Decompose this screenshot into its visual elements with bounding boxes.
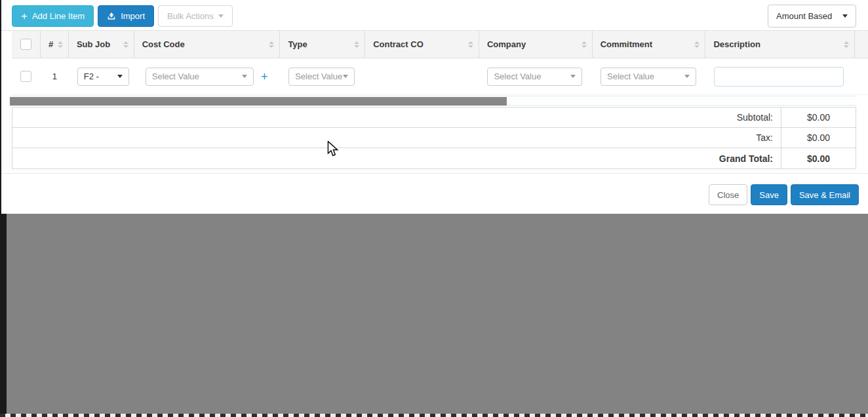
caret-down-icon: [842, 14, 848, 18]
row-commitment-cell: Select Value: [592, 58, 705, 94]
row-number: 1: [52, 71, 57, 81]
sub-job-select[interactable]: F2 -: [77, 68, 129, 86]
header-contract-co: Contract CO: [365, 31, 479, 58]
cost-code-placeholder: Select Value: [152, 71, 199, 81]
caret-down-icon: [343, 75, 348, 78]
sort-icon[interactable]: [350, 41, 359, 48]
horizontal-scrollbar-track[interactable]: [10, 96, 856, 106]
add-cost-code-button[interactable]: +: [261, 70, 268, 83]
header-description: Description: [705, 31, 855, 58]
toolbar: + Add Line Item Import Bulk Actions: [12, 5, 233, 27]
company-placeholder: Select Value: [494, 71, 541, 81]
sort-icon[interactable]: [690, 41, 700, 48]
selection-dashed-border: [0, 414, 868, 417]
sub-job-value: F2 -: [84, 71, 99, 81]
tax-value: $0.00: [781, 128, 856, 148]
commitment-placeholder: Select Value: [607, 71, 654, 81]
header-overflow-sliver: [855, 31, 868, 58]
header-number-label: #: [49, 39, 53, 49]
view-mode-select[interactable]: Amount Based: [768, 5, 856, 28]
header-commitment: Commitment: [593, 31, 706, 58]
bulk-actions-button[interactable]: Bulk Actions: [158, 5, 233, 27]
grand-total-row: Grand Total: $0.00: [12, 148, 856, 169]
tax-row: Tax: $0.00: [12, 128, 856, 148]
add-line-item-label: Add Line Item: [32, 11, 85, 21]
sort-icon[interactable]: [54, 41, 63, 48]
import-button[interactable]: Import: [98, 5, 154, 27]
company-select[interactable]: Select Value: [487, 68, 582, 86]
header-commitment-label: Commitment: [601, 39, 652, 49]
save-and-email-button[interactable]: Save & Email: [791, 184, 859, 205]
upload-icon: [107, 12, 116, 21]
row-sub-job-cell: F2 -: [69, 58, 134, 94]
row-number-cell: 1: [41, 58, 69, 94]
import-label: Import: [121, 11, 145, 21]
header-type-label: Type: [288, 39, 307, 49]
commitment-select[interactable]: Select Value: [601, 68, 696, 86]
header-company: Company: [479, 31, 593, 58]
row-contract-co-cell: [365, 58, 479, 94]
subtotal-value: $0.00: [781, 108, 856, 127]
header-sub-job-label: Sub Job: [77, 39, 110, 49]
view-mode-value: Amount Based: [776, 11, 832, 21]
close-button[interactable]: Close: [709, 184, 747, 205]
sort-icon[interactable]: [119, 41, 128, 48]
bulk-actions-label: Bulk Actions: [167, 11, 214, 21]
tax-label: Tax:: [12, 128, 781, 148]
header-cost-code-label: Cost Code: [142, 39, 185, 49]
type-placeholder: Select Value: [295, 71, 342, 81]
subtotal-row: Subtotal: $0.00: [12, 108, 856, 128]
footer-divider: [0, 173, 868, 174]
header-checkbox-cell: [12, 31, 41, 58]
row-checkbox[interactable]: [20, 71, 31, 82]
grand-total-label: Grand Total:: [12, 148, 781, 169]
caret-down-icon: [684, 75, 690, 78]
row-company-cell: Select Value: [479, 58, 592, 94]
header-cost-code: Cost Code: [134, 31, 281, 58]
save-button[interactable]: Save: [751, 184, 787, 205]
header-description-label: Description: [713, 39, 760, 49]
totals-summary: Subtotal: $0.00 Tax: $0.00 Grand Total: …: [12, 107, 856, 169]
type-select[interactable]: Select Value: [288, 68, 355, 86]
description-input[interactable]: [714, 67, 844, 87]
table-row: 1 F2 - Select Value + Select Value Selec…: [12, 58, 868, 95]
header-type: Type: [280, 31, 365, 58]
overlay-left-strip: [0, 214, 7, 417]
header-number: #: [41, 31, 69, 58]
row-checkbox-cell: [12, 58, 41, 94]
sort-icon[interactable]: [578, 41, 587, 48]
row-type-cell: Select Value: [280, 58, 365, 94]
caret-down-icon: [218, 14, 224, 18]
line-items-table: # Sub Job Cost Code Type Contract CO Com…: [12, 31, 868, 95]
sort-icon[interactable]: [265, 41, 274, 48]
caret-down-icon: [242, 75, 247, 78]
caret-down-icon: [570, 75, 576, 78]
caret-down-icon: [117, 75, 123, 78]
header-contract-co-label: Contract CO: [373, 39, 424, 49]
row-overflow-sliver: [854, 58, 868, 94]
row-cost-code-cell: Select Value +: [134, 58, 280, 94]
header-company-label: Company: [487, 39, 526, 49]
row-description-cell: [705, 58, 854, 94]
grand-total-value: $0.00: [781, 148, 856, 169]
footer-actions: Close Save Save & Email: [709, 184, 859, 205]
sort-icon[interactable]: [464, 41, 473, 48]
subtotal-label: Subtotal:: [12, 108, 781, 127]
plus-icon: +: [21, 10, 28, 22]
select-all-checkbox[interactable]: [20, 39, 31, 50]
window-left-edge: [0, 0, 1, 214]
modal-overlay-background: [0, 214, 868, 417]
cost-code-select[interactable]: Select Value: [146, 68, 254, 86]
header-sub-job: Sub Job: [69, 31, 134, 58]
table-header-row: # Sub Job Cost Code Type Contract CO Com…: [12, 31, 868, 58]
horizontal-scrollbar-thumb[interactable]: [10, 97, 507, 106]
add-line-item-button[interactable]: + Add Line Item: [12, 5, 94, 27]
sort-icon[interactable]: [840, 41, 849, 48]
